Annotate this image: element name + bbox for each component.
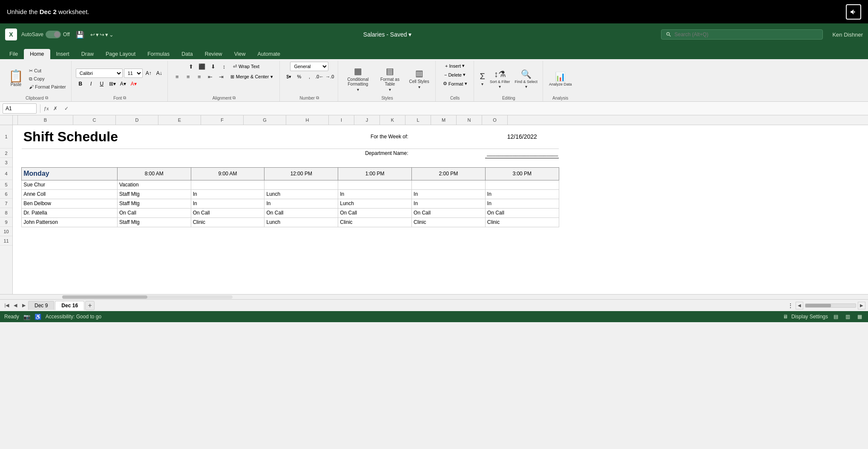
decrease-decimal-button[interactable]: .0← bbox=[315, 72, 324, 81]
copy-button[interactable]: ⧉ Copy bbox=[27, 75, 68, 83]
cell-f2[interactable]: Department Name: bbox=[338, 149, 412, 158]
alignment-expand-icon[interactable]: ⧉ bbox=[233, 95, 236, 100]
fill-color-button[interactable]: A▾ bbox=[118, 79, 128, 89]
cell-c7[interactable]: Staff Mtg bbox=[117, 199, 191, 208]
col-header-c[interactable]: C bbox=[73, 115, 116, 125]
number-format-select[interactable]: General bbox=[290, 62, 328, 71]
cell-c4[interactable]: 8:00 AM bbox=[117, 167, 191, 180]
cell-d5[interactable] bbox=[191, 180, 264, 189]
cell-e5[interactable] bbox=[264, 180, 338, 189]
cell-c5[interactable]: Vacation bbox=[117, 180, 191, 189]
sheet-nav-first[interactable]: |◀ bbox=[3, 301, 11, 310]
cell-e8[interactable]: On Call bbox=[264, 208, 338, 217]
col-header-m[interactable]: M bbox=[431, 115, 457, 125]
align-right-button[interactable]: ≡ bbox=[194, 72, 204, 81]
insert-button[interactable]: + Insert▾ bbox=[442, 62, 468, 70]
horizontal-scrollbar[interactable] bbox=[0, 294, 868, 299]
cell-g5[interactable] bbox=[412, 180, 486, 189]
bold-button[interactable]: B bbox=[76, 79, 85, 89]
cell-d4[interactable]: 9:00 AM bbox=[191, 167, 264, 180]
cell-i5[interactable] bbox=[559, 180, 868, 189]
tab-scrollbar[interactable] bbox=[805, 303, 856, 308]
cancel-formula-button[interactable]: ✗ bbox=[51, 104, 60, 113]
cell-g6[interactable]: In bbox=[412, 189, 486, 199]
align-top-button[interactable]: ⬆ bbox=[186, 62, 196, 71]
cell-a5[interactable] bbox=[13, 180, 22, 189]
find-select-button[interactable]: 🔍 Find & Select▾ bbox=[513, 67, 539, 91]
cell-a10[interactable] bbox=[13, 227, 22, 236]
increase-decimal-button[interactable]: →.0 bbox=[325, 72, 334, 81]
align-middle-button[interactable]: ⬛ bbox=[197, 62, 207, 71]
align-center-button[interactable]: ≡ bbox=[183, 72, 193, 81]
col-header-k[interactable]: K bbox=[380, 115, 405, 125]
cell-f7[interactable]: Lunch bbox=[338, 199, 412, 208]
col-header-l[interactable]: L bbox=[405, 115, 431, 125]
decrease-indent-button[interactable]: ⇤ bbox=[205, 72, 216, 81]
cell-a7[interactable] bbox=[13, 199, 22, 208]
cell-g8[interactable]: On Call bbox=[412, 208, 486, 217]
cell-a3[interactable] bbox=[13, 158, 22, 167]
row-header-8[interactable]: 8 bbox=[0, 208, 12, 217]
sheet-nav-prev[interactable]: ◀ bbox=[11, 301, 20, 310]
cell-a9[interactable] bbox=[13, 217, 22, 227]
autosave-toggle[interactable] bbox=[46, 31, 61, 38]
col-header-o[interactable]: O bbox=[482, 115, 508, 125]
sheet-tab-dec9[interactable]: Dec 9 bbox=[28, 301, 54, 310]
increase-indent-button[interactable]: ⇥ bbox=[216, 72, 227, 81]
align-left-button[interactable]: ≡ bbox=[172, 72, 182, 81]
format-painter-button[interactable]: 🖌 Format Painter bbox=[27, 83, 68, 90]
search-input[interactable] bbox=[674, 31, 802, 37]
cell-i9[interactable] bbox=[559, 217, 868, 227]
cell-styles-button[interactable]: ▥ Cell Styles▾ bbox=[406, 66, 431, 91]
cell-a1[interactable] bbox=[13, 125, 22, 149]
tab-file[interactable]: File bbox=[3, 49, 24, 59]
col-header-f[interactable]: F bbox=[201, 115, 244, 125]
quick-access-more[interactable]: ⌄ bbox=[109, 31, 114, 38]
italic-button[interactable]: I bbox=[86, 79, 96, 89]
analyze-data-button[interactable]: 📊 Analyze Data bbox=[547, 70, 574, 88]
font-family-select[interactable]: Calibri bbox=[76, 69, 123, 78]
col-header-d[interactable]: D bbox=[116, 115, 158, 125]
scroll-left-button[interactable]: ◀ bbox=[796, 302, 803, 309]
border-button[interactable]: ⊞▾ bbox=[108, 79, 117, 89]
font-size-select[interactable]: 11 bbox=[124, 69, 143, 78]
cell-f1[interactable]: For the Week of: bbox=[338, 125, 412, 149]
cell-b10[interactable] bbox=[22, 227, 868, 236]
cell-d9[interactable]: Clinic bbox=[191, 217, 264, 227]
conditional-formatting-button[interactable]: ▦ Conditional Formatting▾ bbox=[342, 64, 373, 94]
undo-button[interactable]: ↩ bbox=[90, 31, 95, 38]
text-direction-button[interactable]: ↕ bbox=[219, 62, 229, 71]
col-header-i[interactable]: I bbox=[329, 115, 354, 125]
scroll-right-button[interactable]: ▶ bbox=[858, 302, 865, 309]
tab-home[interactable]: Home bbox=[24, 49, 50, 59]
cell-b1[interactable]: Shift Schedule bbox=[22, 125, 338, 149]
display-settings-label[interactable]: Display Settings bbox=[791, 314, 828, 320]
tab-insert[interactable]: Insert bbox=[50, 49, 75, 59]
page-layout-view-button[interactable]: ▥ bbox=[843, 312, 852, 321]
cell-e7[interactable]: In bbox=[264, 199, 338, 208]
font-decrease-button[interactable]: A↓ bbox=[155, 69, 164, 78]
redo-button[interactable]: ↪ bbox=[100, 31, 104, 38]
status-camera-icon[interactable]: 📷 bbox=[23, 314, 30, 320]
delete-button[interactable]: − Delete▾ bbox=[441, 71, 468, 79]
cell-i4[interactable] bbox=[559, 167, 868, 180]
cell-h6[interactable]: In bbox=[485, 189, 559, 199]
cell-d8[interactable]: On Call bbox=[191, 208, 264, 217]
cell-g2[interactable] bbox=[412, 149, 486, 158]
cell-c9[interactable]: Staff Mtg bbox=[117, 217, 191, 227]
wrap-text-button[interactable]: ⏎ Wrap Text bbox=[230, 62, 262, 71]
row-header-6[interactable]: 6 bbox=[0, 189, 12, 199]
cell-i7[interactable] bbox=[559, 199, 868, 208]
clipboard-expand-icon[interactable]: ⧉ bbox=[45, 95, 48, 100]
cell-a8[interactable] bbox=[13, 208, 22, 217]
speaker-button[interactable] bbox=[846, 4, 861, 20]
tab-review[interactable]: Review bbox=[199, 49, 228, 59]
format-as-table-button[interactable]: ▤ Format as Table▾ bbox=[374, 64, 405, 94]
paste-button[interactable]: 📋 Paste bbox=[6, 69, 26, 89]
col-header-a[interactable] bbox=[13, 115, 18, 125]
sheet-tab-dec16[interactable]: Dec 16 bbox=[55, 301, 84, 310]
row-header-5[interactable]: 5 bbox=[0, 180, 12, 189]
cell-h4[interactable]: 3:00 PM bbox=[485, 167, 559, 180]
tab-options-button[interactable]: ⋮ bbox=[787, 302, 794, 309]
tab-draw[interactable]: Draw bbox=[75, 49, 100, 59]
